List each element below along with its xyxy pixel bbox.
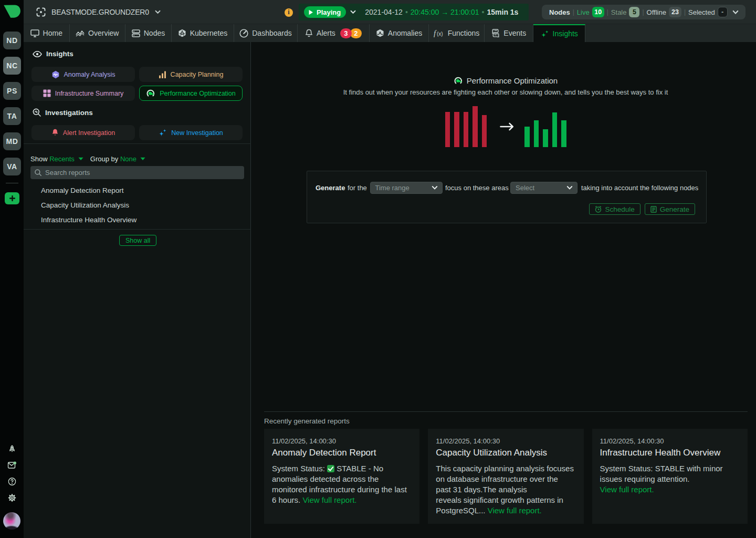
svg-text:(x): (x) (437, 31, 443, 37)
